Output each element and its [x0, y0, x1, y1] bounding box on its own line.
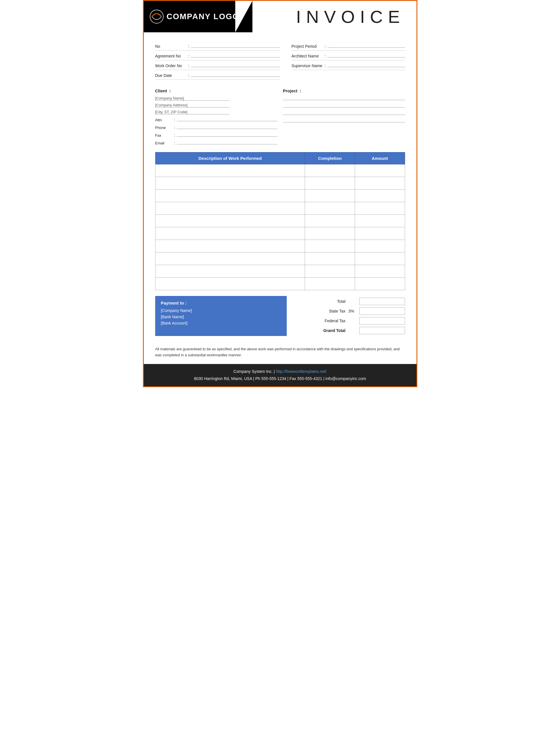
- phone-label: Phone: [155, 126, 172, 130]
- project-line-4: [283, 117, 405, 122]
- footer-line-1: Company System Inc. | http://freewordtem…: [150, 368, 411, 375]
- info-grid: No : Agreement No : Work Order No : Due …: [155, 41, 405, 80]
- info-section: No : Agreement No : Work Order No : Due …: [144, 32, 416, 83]
- agreement-value: [191, 52, 280, 57]
- table-row: [155, 265, 405, 278]
- info-row-no: No :: [155, 41, 280, 51]
- table-row: [155, 215, 405, 227]
- payment-left: Payment to : [Company Name] [Bank Name] …: [155, 296, 287, 336]
- total-label: Total: [317, 299, 346, 304]
- client-attn-row: Attn :: [155, 116, 277, 123]
- attn-label: Attn: [155, 118, 172, 122]
- table-cell-desc: [155, 265, 305, 278]
- footer-bar: Company System Inc. | http://freewordtem…: [144, 364, 416, 386]
- supervisor-colon: :: [325, 63, 326, 68]
- agreement-colon: :: [188, 54, 190, 58]
- table-section: Description of Work Performed Completion…: [144, 152, 416, 290]
- payment-section: Payment to : [Company Name] [Bank Name] …: [144, 296, 416, 342]
- footer-company: Company System Inc.: [234, 369, 273, 374]
- payment-bank: [Bank Name]: [161, 315, 281, 319]
- table-cell-amount: [355, 227, 405, 240]
- table-body: [155, 164, 405, 290]
- payment-to-label: Payment to :: [161, 301, 281, 305]
- payment-company: [Company Name]: [161, 308, 281, 313]
- footer-line-2: 8030 Harrington Rd, Miami, USA | Ph 555-…: [150, 375, 411, 382]
- table-cell-completion: [305, 215, 355, 227]
- table-cell-desc: [155, 278, 305, 290]
- table-cell-amount: [355, 278, 405, 290]
- table-cell-desc: [155, 227, 305, 240]
- fax-colon: :: [174, 133, 175, 138]
- attn-value: [177, 117, 277, 121]
- email-label: Email: [155, 141, 172, 145]
- fax-label: Fax: [155, 133, 172, 138]
- work-table: Description of Work Performed Completion…: [155, 152, 405, 290]
- phone-colon: :: [174, 125, 175, 130]
- supervisor-value: [327, 62, 405, 67]
- agreement-label: Agreement No: [155, 54, 187, 58]
- table-row: [155, 227, 405, 240]
- architect-colon: :: [325, 54, 326, 58]
- info-right: Project Period : Architect Name : Superv…: [280, 41, 405, 80]
- info-row-supervisor: Supervisor Name :: [292, 60, 405, 70]
- table-cell-amount: [355, 215, 405, 227]
- table-cell-completion: [305, 190, 355, 202]
- client-phone-row: Phone :: [155, 123, 277, 131]
- invoice-header: COMPANY LOGO INVOICE: [144, 1, 416, 32]
- no-colon: :: [188, 44, 190, 49]
- company-logo: COMPANY LOGO: [150, 9, 240, 24]
- table-cell-completion: [305, 202, 355, 215]
- table-header-row: Description of Work Performed Completion…: [155, 152, 405, 164]
- client-city-row: [City, ST, ZIP Code]: [155, 109, 277, 116]
- table-cell-completion: [305, 240, 355, 252]
- table-cell-amount: [355, 177, 405, 190]
- architect-label: Architect Name: [292, 54, 323, 58]
- table-row: [155, 164, 405, 177]
- period-colon: :: [325, 44, 326, 49]
- client-city: [City, ST, ZIP Code]: [155, 110, 230, 114]
- table-cell-amount: [355, 164, 405, 177]
- client-header: Client :: [155, 88, 277, 93]
- fax-value: [177, 132, 277, 137]
- table-row: [155, 177, 405, 190]
- table-cell-completion: [305, 177, 355, 190]
- footer-website[interactable]: http://freewordtemplates.net/: [276, 369, 326, 374]
- footer-note: All materials are guaranteed to be as sp…: [144, 342, 416, 364]
- table-cell-completion: [305, 278, 355, 290]
- workorder-colon: :: [188, 63, 190, 68]
- table-cell-amount: [355, 240, 405, 252]
- table-row: [155, 252, 405, 265]
- total-row-grand-total: Grand Total: [292, 327, 405, 334]
- architect-value: [327, 52, 405, 57]
- federal-tax-box: [359, 317, 405, 325]
- table-cell-completion: [305, 252, 355, 265]
- workorder-label: Work Order No: [155, 63, 187, 68]
- table-cell-completion: [305, 265, 355, 278]
- no-value: [191, 43, 280, 48]
- desc-column-header: Description of Work Performed: [155, 152, 305, 164]
- logo-section: COMPANY LOGO: [144, 1, 252, 32]
- total-row-federal-tax: Federal Tax: [292, 317, 405, 325]
- attn-colon: :: [174, 118, 175, 122]
- table-row: [155, 202, 405, 215]
- invoice-title: INVOICE: [296, 7, 405, 27]
- client-address-row: [Company Address]: [155, 102, 277, 109]
- info-row-period: Project Period :: [292, 41, 405, 51]
- client-block: Client : [Company Name] [Company Address…: [155, 88, 277, 146]
- state-tax-pct: 3%: [348, 309, 356, 313]
- info-row-duedate: Due Date :: [155, 70, 280, 80]
- project-block: Project :: [283, 88, 405, 146]
- table-row: [155, 240, 405, 252]
- client-fax-row: Fax :: [155, 131, 277, 139]
- state-tax-box: [359, 307, 405, 315]
- total-row-total: Total: [292, 298, 405, 305]
- table-cell-desc: [155, 190, 305, 202]
- total-box: [359, 298, 405, 305]
- email-colon: :: [174, 141, 175, 145]
- table-cell-completion: [305, 164, 355, 177]
- info-row-workorder: Work Order No :: [155, 60, 280, 70]
- info-row-architect: Architect Name :: [292, 51, 405, 60]
- table-cell-desc: [155, 252, 305, 265]
- supervisor-label: Supervisor Name: [292, 63, 323, 68]
- client-address: [Company Address]: [155, 103, 230, 108]
